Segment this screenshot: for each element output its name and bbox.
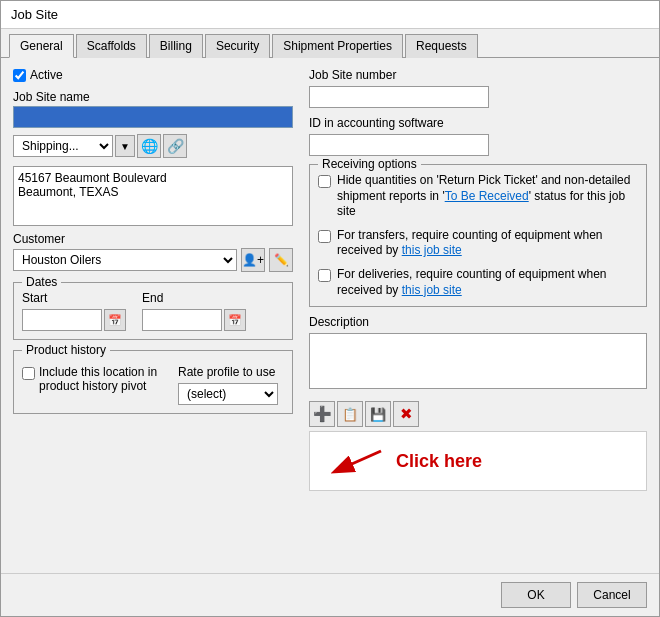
rate-profile-field: Rate profile to use (select) — [178, 365, 278, 405]
start-date-input-row: 📅 — [22, 309, 126, 331]
product-history-group: Product history Include this location in… — [13, 350, 293, 414]
customer-row: Houston Oilers 👤+ ✏️ — [13, 248, 293, 272]
job-site-number-input[interactable] — [309, 86, 489, 108]
job-site-number-label: Job Site number — [309, 68, 647, 82]
left-column: Active Job Site name Houston Refinery Sh… — [13, 68, 293, 563]
tab-shipment-properties[interactable]: Shipment Properties — [272, 34, 403, 58]
add-button[interactable]: ➕ — [309, 401, 335, 427]
shipping-row: Shipping... ▼ 🌐 🔗 — [13, 134, 293, 158]
window: Job Site General Scaffolds Billing Secur… — [0, 0, 660, 617]
end-date-input-row: 📅 — [142, 309, 246, 331]
active-row: Active — [13, 68, 293, 82]
receiving-options-group: Receiving options Hide quantities on 'Re… — [309, 164, 647, 307]
delete-button[interactable]: ✖ — [393, 401, 419, 427]
dates-group-label: Dates — [22, 275, 61, 289]
dates-row: Start 📅 End 📅 — [22, 291, 284, 331]
cancel-button[interactable]: Cancel — [577, 582, 647, 608]
shipping-dropdown-btn[interactable]: ▼ — [115, 135, 135, 157]
globe-icon-btn[interactable]: 🌐 — [137, 134, 161, 158]
tab-general[interactable]: General — [9, 34, 74, 58]
footer: OK Cancel — [1, 573, 659, 616]
start-label: Start — [22, 291, 126, 305]
rate-profile-label: Rate profile to use — [178, 365, 278, 379]
description-textarea[interactable] — [309, 333, 647, 389]
action-section: ➕ 📋 💾 ✖ — [309, 397, 647, 491]
receiving-checkbox-3[interactable] — [318, 269, 331, 282]
receiving-item-3: For deliveries, require counting of equi… — [318, 267, 638, 298]
receiving-text-1: Hide quantities on 'Return Pick Ticket' … — [337, 173, 638, 220]
tab-scaffolds[interactable]: Scaffolds — [76, 34, 147, 58]
address-textarea[interactable]: 45167 Beaumont Boulevard Beaumont, TEXAS — [13, 166, 293, 226]
product-history-label: Product history — [22, 343, 110, 357]
end-date-field: End 📅 — [142, 291, 246, 331]
job-site-number-field: Job Site number — [309, 68, 647, 108]
id-accounting-field: ID in accounting software — [309, 116, 647, 156]
save-button[interactable]: 💾 — [365, 401, 391, 427]
receiving-text-2: For transfers, require counting of equip… — [337, 228, 638, 259]
click-here-text[interactable]: Click here — [396, 451, 482, 472]
include-location-checkbox[interactable] — [22, 367, 35, 380]
start-calendar-btn[interactable]: 📅 — [104, 309, 126, 331]
rate-profile-select[interactable]: (select) — [178, 383, 278, 405]
dates-group: Dates Start 📅 End 📅 — [13, 282, 293, 340]
link-icon-btn[interactable]: 🔗 — [163, 134, 187, 158]
main-content: Active Job Site name Houston Refinery Sh… — [1, 58, 659, 573]
arrow-container — [326, 441, 386, 481]
active-checkbox[interactable] — [13, 69, 26, 82]
description-field: Description — [309, 315, 647, 389]
end-calendar-btn[interactable]: 📅 — [224, 309, 246, 331]
active-checkbox-label[interactable]: Active — [13, 68, 63, 82]
start-date-field: Start 📅 — [22, 291, 126, 331]
tab-bar: General Scaffolds Billing Security Shipm… — [1, 29, 659, 58]
customer-edit-btn[interactable]: ✏️ — [269, 248, 293, 272]
description-label: Description — [309, 315, 647, 329]
receiving-text-3: For deliveries, require counting of equi… — [337, 267, 638, 298]
action-toolbar: ➕ 📋 💾 ✖ — [309, 401, 647, 427]
start-date-input[interactable] — [22, 309, 102, 331]
title-bar: Job Site — [1, 1, 659, 29]
window-title: Job Site — [11, 7, 58, 22]
copy-button[interactable]: 📋 — [337, 401, 363, 427]
receiving-item-2: For transfers, require counting of equip… — [318, 228, 638, 259]
job-site-name-input[interactable]: Houston Refinery — [13, 106, 293, 128]
right-column: Job Site number ID in accounting softwar… — [309, 68, 647, 563]
tab-billing[interactable]: Billing — [149, 34, 203, 58]
red-arrow-icon — [326, 441, 386, 481]
svg-line-1 — [336, 451, 381, 471]
job-site-name-field: Job Site name Houston Refinery — [13, 90, 293, 128]
customer-field: Customer Houston Oilers 👤+ ✏️ — [13, 232, 293, 272]
job-site-name-label: Job Site name — [13, 90, 293, 104]
shipping-select[interactable]: Shipping... — [13, 135, 113, 157]
receiving-checkbox-2[interactable] — [318, 230, 331, 243]
click-here-box: Click here — [309, 431, 647, 491]
customer-select[interactable]: Houston Oilers — [13, 249, 237, 271]
ok-button[interactable]: OK — [501, 582, 571, 608]
product-history-inner: Include this location in product history… — [22, 359, 284, 405]
receiving-checkbox-1[interactable] — [318, 175, 331, 188]
customer-label: Customer — [13, 232, 293, 246]
id-accounting-label: ID in accounting software — [309, 116, 647, 130]
end-date-input[interactable] — [142, 309, 222, 331]
tab-security[interactable]: Security — [205, 34, 270, 58]
id-accounting-input[interactable] — [309, 134, 489, 156]
end-label: End — [142, 291, 246, 305]
tab-requests[interactable]: Requests — [405, 34, 478, 58]
receiving-options-label: Receiving options — [318, 157, 421, 171]
customer-add-btn[interactable]: 👤+ — [241, 248, 265, 272]
include-location-label[interactable]: Include this location in product history… — [22, 365, 162, 393]
receiving-item-1: Hide quantities on 'Return Pick Ticket' … — [318, 173, 638, 220]
